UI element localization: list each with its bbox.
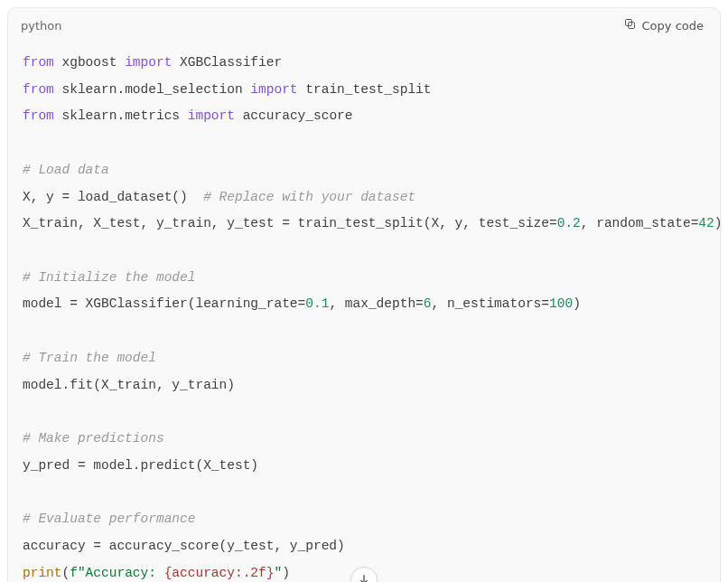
code-token-nm: )	[573, 296, 581, 311]
code-token-nm: accuracy = accuracy_score(y_test, y_pred…	[23, 539, 345, 553]
code-block: python Copy code from xgboost import XGB…	[7, 7, 721, 582]
code-token-kw: import	[250, 82, 297, 97]
code-token-nm: model = XGBClassifier(learning_rate=	[23, 296, 305, 311]
code-token-cm: # Evaluate performance	[23, 512, 195, 526]
code-token-nm: train_test_split	[298, 82, 432, 97]
copy-code-label: Copy code	[642, 19, 704, 33]
code-token-fs: {accuracy:.2f}	[164, 566, 275, 580]
code-token-nm: sklearn.model_selection	[54, 82, 251, 97]
code-content: from xgboost import XGBClassifier from s…	[8, 37, 720, 582]
code-header: python Copy code	[8, 8, 720, 37]
code-token-cm: # Load data	[23, 163, 109, 177]
code-token-num: 100	[549, 296, 573, 311]
code-token-num: 42	[698, 216, 714, 230]
code-token-kw: from	[23, 108, 54, 123]
code-token-nm: xgboost	[54, 55, 125, 70]
language-label: python	[21, 19, 61, 33]
code-token-fn: print	[23, 566, 62, 580]
code-token-nm: accuracy_score	[235, 108, 353, 123]
code-token-str: "	[274, 566, 282, 580]
code-token-nm: , n_estimators=	[432, 296, 550, 311]
code-token-nm: sklearn.metrics	[54, 108, 188, 123]
code-token-nm: XGBClassifier	[172, 55, 282, 70]
code-token-nm: )	[714, 216, 720, 230]
code-token-nm: X, y = load_dataset()	[23, 190, 203, 204]
code-token-cm: # Train the model	[23, 351, 156, 365]
code-token-nm: model.fit(X_train, y_train)	[23, 378, 235, 392]
code-token-cm: # Replace with your dataset	[203, 190, 415, 204]
code-scroll-area[interactable]: from xgboost import XGBClassifier from s…	[8, 37, 720, 582]
code-token-nm: X_train, X_test, y_train, y_test = train…	[23, 216, 557, 230]
code-token-nm: , max_depth=	[329, 296, 423, 311]
code-token-cm: # Make predictions	[23, 431, 164, 446]
code-token-kw: import	[125, 55, 172, 70]
code-token-num: 0.1	[305, 296, 329, 311]
arrow-down-icon	[358, 573, 370, 582]
code-token-nm: y_pred = model.predict(X_test)	[23, 458, 258, 473]
code-token-num: 0.2	[557, 216, 581, 230]
code-token-num: 6	[424, 296, 432, 311]
code-token-str: f"Accuracy:	[70, 566, 163, 580]
copy-code-button[interactable]: Copy code	[620, 15, 707, 35]
code-token-nm: (	[62, 566, 70, 580]
code-token-kw: from	[23, 55, 54, 70]
code-token-cm: # Initialize the model	[23, 270, 195, 285]
code-token-nm: , random_state=	[581, 216, 699, 230]
code-token-nm: )	[282, 566, 290, 580]
code-token-kw: import	[188, 108, 235, 123]
code-token-kw: from	[23, 82, 54, 97]
copy-icon	[623, 17, 637, 33]
